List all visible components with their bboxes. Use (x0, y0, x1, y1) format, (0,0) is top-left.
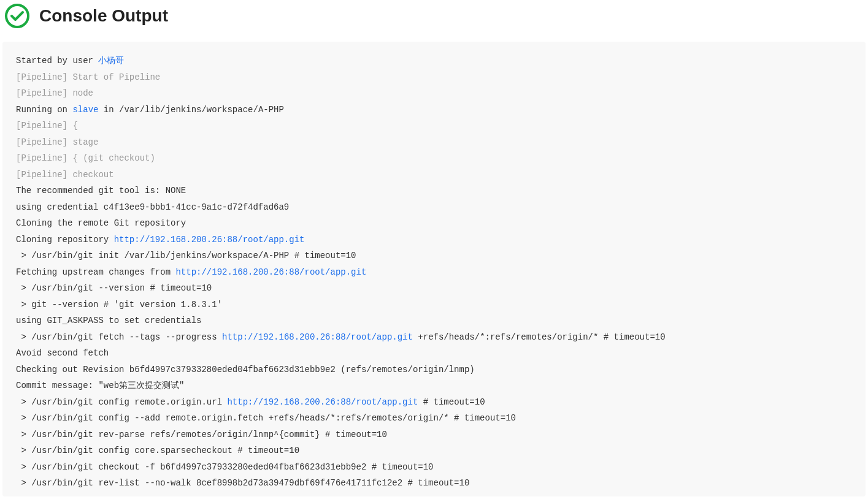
log-line: > /usr/bin/git config --add remote.origi… (16, 410, 852, 427)
log-line: > /usr/bin/git config core.sparsecheckou… (16, 443, 852, 459)
log-line: > /usr/bin/git rev-list --no-walk 8cef89… (16, 475, 852, 492)
log-line: > git --version # 'git version 1.8.3.1' (16, 297, 852, 313)
log-text: in /var/lib/jenkins/workspace/A-PHP (98, 105, 283, 115)
svg-point-0 (6, 5, 28, 27)
log-pipeline-step: [Pipeline] { (16, 118, 852, 134)
repo-url-link[interactable]: http://192.168.200.26:88/root/app.git (227, 397, 418, 407)
log-pipeline-step: [Pipeline] { (git checkout) (16, 150, 852, 167)
log-text: +refs/heads/*:refs/remotes/origin/* # ti… (413, 332, 666, 342)
log-line: Avoid second fetch (16, 345, 852, 362)
log-line: > /usr/bin/git rev-parse refs/remotes/or… (16, 427, 852, 443)
log-pipeline-step: [Pipeline] stage (16, 134, 852, 151)
node-link[interactable]: slave (72, 105, 98, 115)
page-title: Console Output (39, 6, 168, 26)
repo-url-link[interactable]: http://192.168.200.26:88/root/app.git (114, 235, 305, 245)
console-output: Started by user 小杨哥 [Pipeline] Start of … (2, 42, 866, 496)
log-line: using credential c4f13ee9-bbb1-41cc-9a1c… (16, 199, 852, 216)
log-pipeline-step: [Pipeline] Start of Pipeline (16, 69, 852, 86)
log-text: Started by user (16, 56, 98, 66)
log-line: The recommended git tool is: NONE (16, 183, 852, 199)
log-line: Cloning the remote Git repository (16, 215, 852, 232)
log-line: Started by user 小杨哥 (16, 53, 852, 69)
log-text: > /usr/bin/git config remote.origin.url (16, 397, 227, 407)
log-line: Running on slave in /var/lib/jenkins/wor… (16, 102, 852, 118)
page-header: Console Output (0, 0, 868, 42)
log-pipeline-step: [Pipeline] node (16, 85, 852, 102)
user-link[interactable]: 小杨哥 (98, 56, 124, 66)
log-text: Running on (16, 105, 72, 115)
log-text: > /usr/bin/git fetch --tags --progress (16, 332, 222, 342)
repo-url-link[interactable]: http://192.168.200.26:88/root/app.git (222, 332, 413, 342)
log-pipeline-step: [Pipeline] checkout (16, 167, 852, 183)
log-line: Fetching upstream changes from http://19… (16, 264, 852, 281)
log-line: Commit message: "web第三次提交测试" (16, 378, 852, 394)
log-line: > /usr/bin/git fetch --tags --progress h… (16, 329, 852, 346)
log-line: > /usr/bin/git checkout -f b6fd4997c3793… (16, 459, 852, 476)
log-line: > /usr/bin/git init /var/lib/jenkins/wor… (16, 248, 852, 264)
log-line: Cloning repository http://192.168.200.26… (16, 232, 852, 248)
log-line: using GIT_ASKPASS to set credentials (16, 313, 852, 329)
log-line: > /usr/bin/git config remote.origin.url … (16, 394, 852, 411)
status-success-icon (4, 2, 31, 29)
repo-url-link[interactable]: http://192.168.200.26:88/root/app.git (175, 267, 366, 277)
log-line: Checking out Revision b6fd4997c37933280e… (16, 362, 852, 378)
log-text: Cloning repository (16, 235, 114, 245)
log-text: Fetching upstream changes from (16, 267, 175, 277)
log-text: # timeout=10 (418, 397, 485, 407)
log-line: > /usr/bin/git --version # timeout=10 (16, 280, 852, 297)
